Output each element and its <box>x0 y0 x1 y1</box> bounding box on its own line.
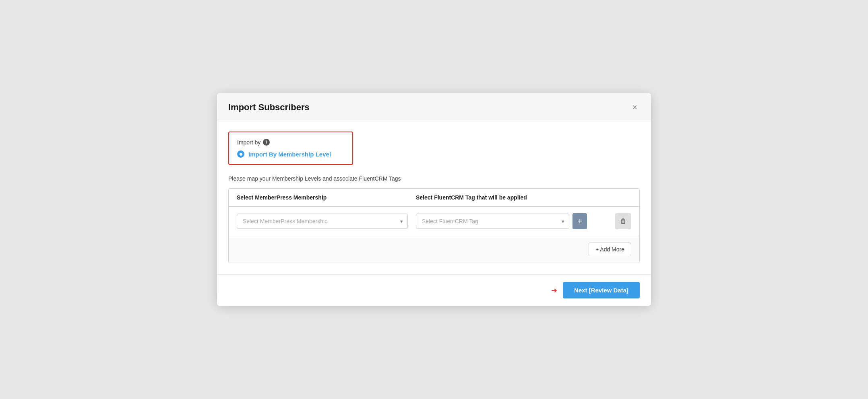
mapping-table-header: Select MemberPress Membership Select Flu… <box>229 189 639 207</box>
radio-import-by-membership[interactable]: Import By Membership Level <box>237 150 344 158</box>
radio-label: Import By Membership Level <box>248 151 331 158</box>
import-by-section: Import by i Import By Membership Level <box>228 132 353 165</box>
mapping-table: Select MemberPress Membership Select Flu… <box>228 188 640 263</box>
col2-header: Select FluentCRM Tag that will be applie… <box>416 194 587 201</box>
mapping-row: Select MemberPress Membership Select Flu… <box>229 207 639 236</box>
tag-select[interactable]: Select FluentCRM Tag <box>416 214 569 229</box>
membership-select-wrapper: Select MemberPress Membership <box>237 214 408 229</box>
modal-footer: ➜ Next [Review Data] <box>217 274 651 306</box>
info-icon: i <box>263 139 270 146</box>
tag-select-wrapper: Select FluentCRM Tag <box>416 214 569 229</box>
tag-input-row: Select FluentCRM Tag + <box>416 213 587 229</box>
col1-header: Select MemberPress Membership <box>237 194 408 201</box>
modal-body: Import by i Import By Membership Level P… <box>217 120 651 274</box>
close-button[interactable]: × <box>630 102 640 113</box>
radio-dot <box>237 150 244 158</box>
add-tag-button[interactable]: + <box>572 213 587 229</box>
map-description: Please map your Membership Levels and as… <box>228 175 640 182</box>
next-button[interactable]: Next [Review Data] <box>563 282 640 298</box>
membership-select[interactable]: Select MemberPress Membership <box>237 214 408 229</box>
trash-icon: 🗑 <box>620 218 626 225</box>
modal-header: Import Subscribers × <box>217 93 651 120</box>
import-by-label: Import by i <box>237 139 344 146</box>
arrow-icon: ➜ <box>551 286 557 295</box>
add-more-row: + Add More <box>229 236 639 263</box>
add-more-button[interactable]: + Add More <box>589 243 631 256</box>
import-subscribers-modal: Import Subscribers × Import by i Import … <box>217 93 651 306</box>
delete-row-button[interactable]: 🗑 <box>615 213 631 229</box>
modal-title: Import Subscribers <box>228 102 310 113</box>
